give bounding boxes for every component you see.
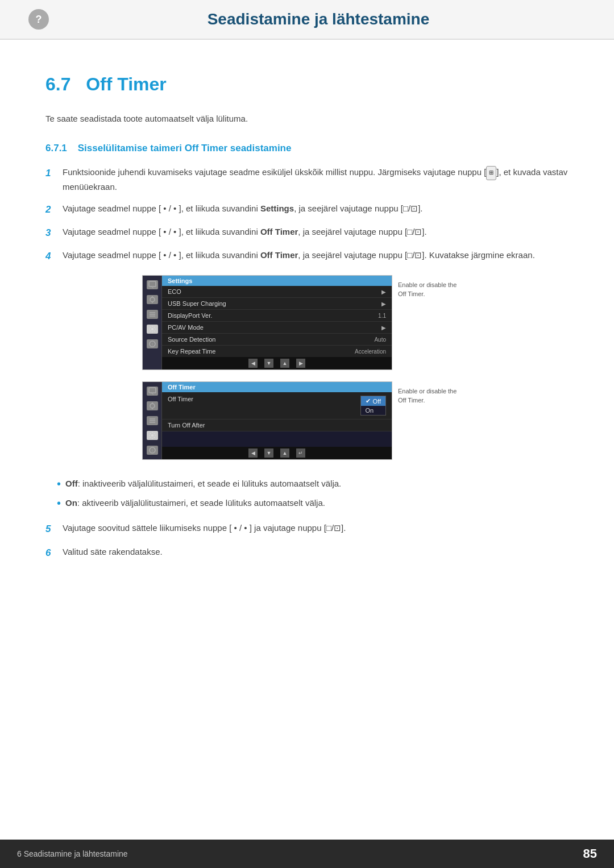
monitor-2-icon-display xyxy=(147,387,158,396)
step-3-text: Vajutage seadmel nuppe [ • / • ], et lii… xyxy=(63,225,569,239)
bullet-dot-2: • xyxy=(57,497,61,509)
monitor-1-sidebar: i xyxy=(143,276,162,369)
step-2: 2 Vajutage seadmel nuppe [ • / • ], et l… xyxy=(45,202,569,217)
nav2-left: ◀ xyxy=(248,448,258,458)
monitor-1-menu: Settings ECO ▶ USB Super Charging ▶ Disp… xyxy=(162,276,392,369)
monitor-2-nav: ◀ ▼ ▲ ↵ xyxy=(162,447,392,459)
menu-item-source: Source Detection Auto xyxy=(162,334,392,346)
subsection-title-text: Sisselülitamise taimeri Off Timer seadis… xyxy=(78,143,292,153)
monitor-2: i Off Timer Off Timer ✔ Off xyxy=(142,381,392,460)
step-1: 1 Funktsioonide juhendi kuvamiseks vajut… xyxy=(45,165,569,194)
svg-point-8 xyxy=(151,328,154,330)
monitor-1-wrapper: i Settings ECO ▶ USB Super Charging ▶ xyxy=(142,275,392,370)
monitor-2-icon-menu xyxy=(147,416,158,425)
section-title-text: Off Timer xyxy=(86,74,167,94)
svg-rect-0 xyxy=(149,281,156,286)
bullet-on-text: On: aktiveerib väljalülitustaimeri, et s… xyxy=(65,496,325,510)
svg-text:i: i xyxy=(152,448,153,452)
monitor-2-sidebar: i xyxy=(143,382,162,459)
step-5-text: Vajutage soovitud sättele liikumiseks nu… xyxy=(63,521,569,535)
step-5: 5 Vajutage soovitud sättele liikumiseks … xyxy=(45,521,569,537)
step-3-number: 3 xyxy=(45,225,63,240)
step-1-number: 1 xyxy=(45,165,63,181)
menu-item-usb: USB Super Charging ▶ xyxy=(162,298,392,310)
subsection-number: 6.7.1 xyxy=(45,143,67,153)
monitor-screenshots: i Settings ECO ▶ USB Super Charging ▶ xyxy=(45,275,569,460)
page-header: ? Seadistamine ja lähtestamine xyxy=(0,0,614,40)
steps-list: 1 Funktsioonide juhendi kuvamiseks vajut… xyxy=(45,165,569,264)
bullet-on: • On: aktiveerib väljalülitustaimeri, et… xyxy=(57,496,569,510)
monitor-icon-settings xyxy=(147,325,158,334)
monitor-2-icon-info: i xyxy=(147,446,158,455)
bullet-off: • Off: inaktiveerib väljalülitustaimeri,… xyxy=(57,477,569,491)
monitor-2-wrapper: i Off Timer Off Timer ✔ Off xyxy=(142,381,392,460)
step-6: 6 Valitud säte rakendatakse. xyxy=(45,545,569,560)
intro-paragraph: Te saate seadistada toote automaatselt v… xyxy=(45,112,569,126)
menu-item-displayport: DisplayPort Ver. 1.1 xyxy=(162,310,392,322)
menu-item-keyrepeat: Key Repeat Time Acceleration xyxy=(162,346,392,358)
step-2-number: 2 xyxy=(45,202,63,217)
steps-continued: 5 Vajutage soovitud sättele liikumiseks … xyxy=(45,521,569,560)
kbd-grid: ⊞ xyxy=(486,166,496,180)
svg-point-2 xyxy=(150,297,155,302)
header-icon: ? xyxy=(28,9,49,30)
monitor-2-tooltip: Enable or disable the Off Timer. xyxy=(398,387,466,405)
svg-point-19 xyxy=(151,434,154,437)
svg-text:i: i xyxy=(152,342,153,346)
step-4-number: 4 xyxy=(45,248,63,264)
bullet-off-text: Off: inaktiveerib väljalülitustaimeri, e… xyxy=(65,477,341,491)
bullet-list: • Off: inaktiveerib väljalülitustaimeri,… xyxy=(45,477,569,510)
monitor-icon-adjust xyxy=(147,295,158,304)
step-6-number: 6 xyxy=(45,545,63,560)
step-6-text: Valitud säte rakendatakse. xyxy=(63,545,569,559)
off-timer-options: ✔ Off On xyxy=(360,396,386,416)
nav2-enter: ↵ xyxy=(296,448,305,458)
bullet-dot-1: • xyxy=(57,478,61,489)
section-heading: 6.7 Off Timer xyxy=(45,74,569,95)
step-1-text: Funktsioonide juhendi kuvamiseks vajutag… xyxy=(63,165,569,194)
option-on: On xyxy=(361,406,385,415)
monitor-1-nav: ◀ ▼ ▲ ▶ xyxy=(162,357,392,369)
svg-rect-11 xyxy=(149,388,156,393)
nav2-down: ▼ xyxy=(264,448,273,458)
monitor-1: i Settings ECO ▶ USB Super Charging ▶ xyxy=(142,275,392,370)
monitor-1-tooltip: Enable or disable the Off Timer. xyxy=(398,281,466,298)
page-number: 85 xyxy=(583,846,597,861)
step-4: 4 Vajutage seadmel nuppe [ • / • ], et l… xyxy=(45,248,569,264)
page-footer: 6 Seadistamine ja lähtestamine 85 xyxy=(0,840,614,868)
step-4-text: Vajutage seadmel nuppe [ • / • ], et lii… xyxy=(63,248,569,262)
monitor-2-icon-settings xyxy=(147,431,158,440)
step-3: 3 Vajutage seadmel nuppe [ • / • ], et l… xyxy=(45,225,569,240)
menu-item-eco: ECO ▶ xyxy=(162,286,392,298)
monitor-2-menu-header: Off Timer xyxy=(162,382,392,392)
main-content: 6.7 Off Timer Te saate seadistada toote … xyxy=(0,40,614,606)
step-5-number: 5 xyxy=(45,521,63,537)
footer-chapter: 6 Seadistamine ja lähtestamine xyxy=(17,849,128,858)
monitor-1-menu-header: Settings xyxy=(162,276,392,286)
nav-down: ▼ xyxy=(264,359,273,368)
monitor-icon-display xyxy=(147,280,158,289)
nav-right: ▶ xyxy=(296,359,305,368)
menu-item-pcav: PC/AV Mode ▶ xyxy=(162,322,392,334)
svg-point-13 xyxy=(150,404,155,408)
menu-item-offtimer-row: Off Timer ✔ Off On xyxy=(162,392,392,420)
nav2-up: ▲ xyxy=(280,448,289,458)
nav-left: ◀ xyxy=(248,359,258,368)
subsection-heading: 6.7.1 Sisselülitamise taimeri Off Timer … xyxy=(45,143,569,154)
page-title: Seadistamine ja lähtestamine xyxy=(57,10,580,28)
monitor-icon-menu xyxy=(147,310,158,319)
menu-item-turnoffafter: Turn Off After xyxy=(162,420,392,431)
monitor-icon-info: i xyxy=(147,339,158,348)
nav-up: ▲ xyxy=(280,359,289,368)
monitor-2-icon-adjust xyxy=(147,401,158,410)
section-number: 6.7 xyxy=(45,74,70,94)
step-2-text: Vajutage seadmel nuppe [ • / • ], et lii… xyxy=(63,202,569,215)
option-off: ✔ Off xyxy=(361,396,385,406)
